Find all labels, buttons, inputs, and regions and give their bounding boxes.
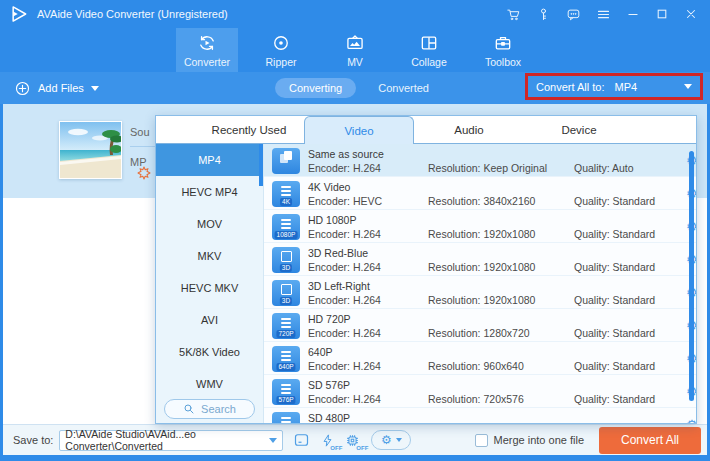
format-encoder: Encoder: H.264 — [308, 294, 428, 306]
close-icon[interactable] — [684, 7, 698, 21]
format-title: SD 480P — [308, 413, 428, 424]
format-encoder: Encoder: HEVC — [308, 195, 428, 207]
format-encoder: Encoder: H.264 — [308, 228, 428, 240]
merge-checkbox[interactable] — [475, 434, 488, 447]
sidebar-item-hevc-mkv[interactable]: HEVC MKV — [156, 272, 263, 304]
convert-all-button[interactable]: Convert All — [599, 427, 701, 454]
off-badge: OFF — [330, 445, 342, 451]
row-settings-gear-icon[interactable]: ⚙ — [686, 417, 696, 423]
format-row[interactable]: 3D 3D Red-Blue Encoder: H.264 Resolution… — [264, 243, 696, 276]
window-bottom-edge — [0, 455, 710, 461]
format-row[interactable]: 3D 3D Left-Right Encoder: H.264 Resoluti… — [264, 276, 696, 309]
format-row[interactable]: 480P SD 480P ⚙ — [264, 408, 696, 423]
format-resolution: Resolution: 1280x720 — [428, 327, 574, 339]
add-files-label: Add Files — [38, 82, 84, 94]
format-search-input[interactable]: Search — [164, 399, 255, 419]
nav-tab-label: Toolbox — [485, 56, 521, 68]
sidebar-item-avi[interactable]: AVI — [156, 304, 263, 336]
format-title: Same as source — [308, 149, 428, 160]
search-placeholder: Search — [201, 403, 236, 415]
nav-tab-collage[interactable]: Collage — [398, 28, 460, 72]
format-encoder: Encoder: H.264 — [308, 327, 428, 339]
sidebar-item-mp4[interactable]: MP4 — [156, 144, 263, 176]
tab-device[interactable]: Device — [524, 116, 634, 143]
toolbox-icon — [493, 33, 513, 53]
film-reel-glyph — [280, 184, 292, 196]
cart-icon[interactable] — [506, 7, 521, 22]
plus-circle-icon — [14, 80, 31, 97]
convert-all-to-dropdown[interactable]: Convert All to: MP4 — [528, 81, 700, 93]
film-reel-glyph — [280, 217, 292, 229]
format-encoder: Encoder: H.264 — [308, 393, 428, 405]
save-path-dropdown[interactable]: D:\AVAide Studio\AVAid...eo Converter\Co… — [59, 430, 283, 451]
format-badge: 4K — [280, 198, 292, 206]
nav-tab-label: Converter — [184, 56, 230, 68]
list-scrollbar[interactable] — [689, 151, 694, 401]
format-row[interactable]: 4K 4K Video Encoder: HEVC Resolution: 38… — [264, 177, 696, 210]
format-quality: Quality: Standard — [574, 228, 686, 240]
format-title: SD 576P — [308, 380, 428, 391]
format-row[interactable]: 720P HD 720P Encoder: H.264 Resolution: … — [264, 309, 696, 342]
format-sidebar: MP4 HEVC MP4 MOV MKV HEVC MKV AVI 5K/8K … — [156, 144, 264, 423]
film-reel-glyph — [280, 349, 292, 361]
format-title: HD 720P — [308, 314, 428, 325]
tab-converting[interactable]: Converting — [275, 78, 356, 98]
key-icon[interactable] — [536, 7, 551, 22]
format-picker-panel: Recently Used Video Audio Device MP4 HEV… — [155, 115, 697, 424]
format-title: 3D Left-Right — [308, 281, 428, 292]
format-row[interactable]: 640P 640P Encoder: H.264 Resolution: 960… — [264, 342, 696, 375]
format-type-icon: 480P — [272, 412, 300, 424]
format-row[interactable]: 576P SD 576P Encoder: H.264 Resolution: … — [264, 375, 696, 408]
format-type-icon: 720P — [272, 313, 300, 339]
nav-tab-label: MV — [347, 56, 363, 68]
open-folder-button[interactable] — [292, 431, 311, 449]
merge-into-one-file-option[interactable]: Merge into one file — [475, 434, 585, 447]
film-reel-glyph — [280, 316, 292, 328]
chevron-down-icon — [396, 438, 402, 442]
sidebar-item-wmv[interactable]: WMV — [156, 368, 263, 400]
film-reel-glyph — [280, 382, 292, 394]
sidebar-scrollbar[interactable] — [259, 144, 263, 186]
sidebar-item-hevc-mp4[interactable]: HEVC MP4 — [156, 176, 263, 208]
annotation-box: Convert All to: MP4 — [525, 73, 703, 100]
format-encoder: Encoder: H.264 — [308, 360, 428, 372]
format-panel-tabs: Recently Used Video Audio Device — [156, 116, 696, 144]
ripper-icon — [271, 33, 291, 53]
nav-tab-label: Ripper — [266, 56, 297, 68]
gpu-acceleration-toggle[interactable]: OFF — [344, 432, 361, 449]
sidebar-item-mov[interactable]: MOV — [156, 208, 263, 240]
tab-audio[interactable]: Audio — [414, 116, 524, 143]
maximize-icon[interactable] — [655, 7, 669, 21]
format-type-icon — [272, 148, 300, 174]
format-quality: Quality: Standard — [574, 261, 686, 273]
format-row[interactable]: Same as source Encoder: H.264 Resolution… — [264, 144, 696, 177]
menu-icon[interactable] — [596, 7, 611, 22]
format-row[interactable]: 1080P HD 1080P Encoder: H.264 Resolution… — [264, 210, 696, 243]
format-quality: Quality: Standard — [574, 195, 686, 207]
format-title: 4K Video — [308, 182, 428, 193]
nav-tab-ripper[interactable]: Ripper — [250, 28, 312, 72]
hardware-acceleration-toggle[interactable]: OFF — [320, 432, 335, 449]
tab-converted[interactable]: Converted — [372, 78, 435, 98]
feedback-icon[interactable] — [566, 7, 581, 22]
minimize-icon[interactable] — [626, 7, 640, 21]
nav-tab-converter[interactable]: Converter — [176, 28, 238, 72]
format-type-icon: 1080P — [272, 214, 300, 240]
nav-tab-toolbox[interactable]: Toolbox — [472, 28, 534, 72]
edit-effect-star-icon[interactable] — [136, 165, 152, 181]
nav-tab-mv[interactable]: MV — [324, 28, 386, 72]
save-to-label: Save to: — [13, 434, 53, 446]
tab-video[interactable]: Video — [304, 116, 414, 144]
off-badge: OFF — [356, 445, 368, 451]
sidebar-item-5k8k-video[interactable]: 5K/8K Video — [156, 336, 263, 368]
settings-dropdown[interactable]: ⚙ — [371, 430, 411, 450]
tab-recently-used[interactable]: Recently Used — [194, 116, 304, 143]
sidebar-item-mkv[interactable]: MKV — [156, 240, 263, 272]
add-files-button[interactable]: Add Files — [14, 80, 99, 97]
search-icon — [183, 403, 195, 415]
cube-3d-glyph — [280, 283, 292, 295]
chevron-down-icon — [269, 438, 277, 443]
format-resolution: Resolution: 1920x1080 — [428, 261, 574, 273]
format-quality: Quality: Standard — [574, 360, 686, 372]
gear-icon: ⚙ — [381, 433, 392, 447]
